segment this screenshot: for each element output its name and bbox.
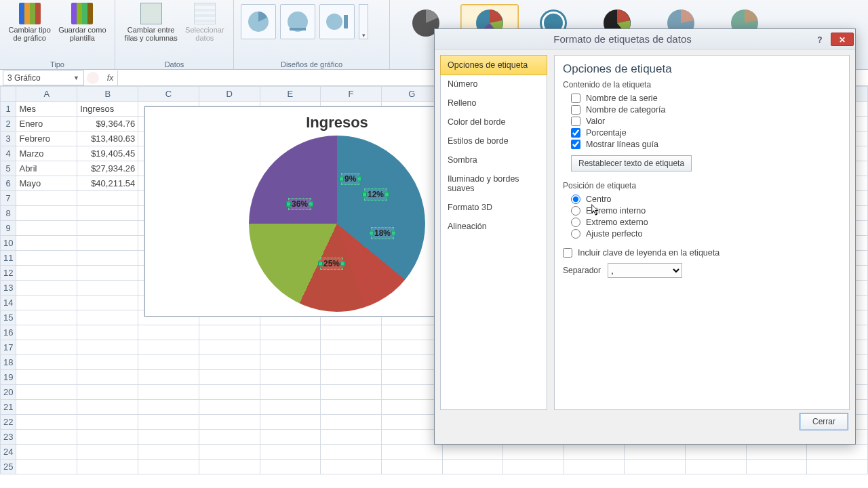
row-header[interactable]: 10	[1, 236, 16, 251]
cell[interactable]	[77, 430, 138, 445]
row-header[interactable]: 18	[1, 355, 16, 370]
radio-input[interactable]	[571, 229, 580, 239]
col-header[interactable]: A	[16, 87, 77, 102]
pie-plot-area[interactable]: 36% 9% 12% 18% 25%	[249, 136, 425, 312]
cell[interactable]: Abril	[16, 161, 77, 176]
row-header[interactable]: 1	[1, 102, 16, 117]
sidebar-item[interactable]: Número	[441, 75, 547, 94]
cell[interactable]	[77, 251, 138, 266]
cell[interactable]	[16, 340, 77, 355]
gallery-more-button[interactable]: ▾	[359, 4, 368, 39]
cell[interactable]	[77, 266, 138, 281]
checkbox-input[interactable]	[571, 128, 580, 138]
data-label[interactable]: 12%	[364, 188, 387, 201]
row-header[interactable]: 15	[1, 310, 16, 325]
sidebar-item[interactable]: Formato 3D	[441, 198, 547, 217]
radio-input[interactable]	[571, 206, 580, 216]
select-all-corner[interactable]	[1, 87, 16, 102]
checkbox-input[interactable]	[571, 117, 580, 126]
cell[interactable]: Marzo	[16, 146, 77, 161]
checkbox-input[interactable]	[571, 94, 580, 103]
content-checkbox[interactable]: Nombre de la serie	[571, 94, 841, 103]
cell[interactable]: $13,480.63	[77, 131, 138, 146]
row-header[interactable]: 17	[1, 340, 16, 355]
content-checkbox[interactable]: Nombre de categoría	[571, 105, 841, 115]
cell[interactable]: $27,934.26	[77, 161, 138, 176]
cell[interactable]	[16, 460, 77, 474]
row-header[interactable]: 9	[1, 221, 16, 236]
cell[interactable]	[77, 325, 138, 340]
checkbox-input[interactable]	[571, 140, 580, 149]
cell[interactable]	[77, 385, 138, 400]
cell[interactable]	[77, 296, 138, 310]
name-box[interactable]: 3 Gráfico ▼	[3, 70, 84, 85]
cell[interactable]: Mayo	[16, 176, 77, 191]
checkbox-input[interactable]	[563, 248, 572, 258]
position-radio[interactable]: Extremo interno	[571, 206, 841, 216]
row-header[interactable]: 7	[1, 191, 16, 206]
col-header[interactable]: E	[260, 87, 321, 102]
data-label[interactable]: 18%	[371, 227, 394, 239]
dialog-close-button[interactable]: ✕	[831, 33, 854, 46]
sidebar-item[interactable]: Color del borde	[441, 113, 547, 131]
row-header[interactable]: 13	[1, 281, 16, 296]
checkbox-input[interactable]	[571, 105, 580, 115]
sidebar-item[interactable]: Relleno	[441, 94, 547, 113]
table-row[interactable]: 24	[1, 445, 868, 460]
cell[interactable]: Enero	[16, 117, 77, 131]
row-header[interactable]: 3	[1, 131, 16, 146]
row-header[interactable]: 21	[1, 400, 16, 415]
cell[interactable]	[77, 460, 138, 474]
sidebar-item[interactable]: Estilos de borde	[441, 131, 547, 150]
sidebar-item[interactable]: Opciones de etiqueta	[440, 55, 547, 75]
data-label[interactable]: 9%	[341, 173, 359, 185]
cell[interactable]	[77, 221, 138, 236]
layout-option-1[interactable]	[241, 4, 276, 39]
cell[interactable]	[77, 355, 138, 370]
row-header[interactable]: 25	[1, 460, 16, 474]
row-header[interactable]: 5	[1, 161, 16, 176]
cell[interactable]	[16, 266, 77, 281]
cell[interactable]	[16, 325, 77, 340]
cell[interactable]	[16, 445, 77, 460]
cell[interactable]	[77, 206, 138, 221]
dropdown-icon[interactable]: ▼	[73, 75, 79, 81]
cell[interactable]: $40,211.54	[77, 176, 138, 191]
radio-input[interactable]	[571, 218, 580, 227]
cell[interactable]	[16, 310, 77, 325]
cell[interactable]	[16, 251, 77, 266]
row-header[interactable]: 19	[1, 370, 16, 385]
sidebar-item[interactable]: Alineación	[441, 217, 547, 236]
table-row[interactable]: 25	[1, 460, 868, 474]
cell[interactable]: $9,364.76	[77, 117, 138, 131]
content-checkbox[interactable]: Mostrar líneas guía	[571, 140, 841, 149]
chart-layouts-gallery[interactable]: ▾	[238, 1, 385, 42]
cell[interactable]	[16, 385, 77, 400]
row-header[interactable]: 2	[1, 117, 16, 131]
row-header[interactable]: 24	[1, 445, 16, 460]
layout-option-2[interactable]	[280, 4, 315, 39]
fx-label[interactable]: fx	[103, 70, 118, 85]
cell[interactable]	[77, 310, 138, 325]
change-chart-type-button[interactable]: Cambiar tipo de gráfico	[5, 1, 53, 43]
cell[interactable]	[16, 370, 77, 385]
reset-label-text-button[interactable]: Restablecer texto de etiqueta	[571, 155, 692, 171]
row-header[interactable]: 11	[1, 251, 16, 266]
cell[interactable]	[16, 430, 77, 445]
position-radio[interactable]: Extremo externo	[571, 218, 841, 227]
row-header[interactable]: 6	[1, 176, 16, 191]
content-checkbox[interactable]: Valor	[571, 117, 841, 126]
cell[interactable]	[16, 415, 77, 430]
col-header[interactable]: G	[381, 87, 442, 102]
separator-select[interactable]: ,	[608, 263, 682, 278]
layout-option-3[interactable]	[319, 4, 355, 39]
cell[interactable]	[16, 236, 77, 251]
row-header[interactable]: 8	[1, 206, 16, 221]
cell[interactable]	[16, 400, 77, 415]
dialog-help-button[interactable]: ?	[810, 33, 829, 46]
cell[interactable]	[77, 340, 138, 355]
close-button[interactable]: Cerrar	[800, 413, 848, 430]
cell[interactable]	[16, 281, 77, 296]
cell[interactable]	[77, 445, 138, 460]
cell[interactable]	[16, 296, 77, 310]
